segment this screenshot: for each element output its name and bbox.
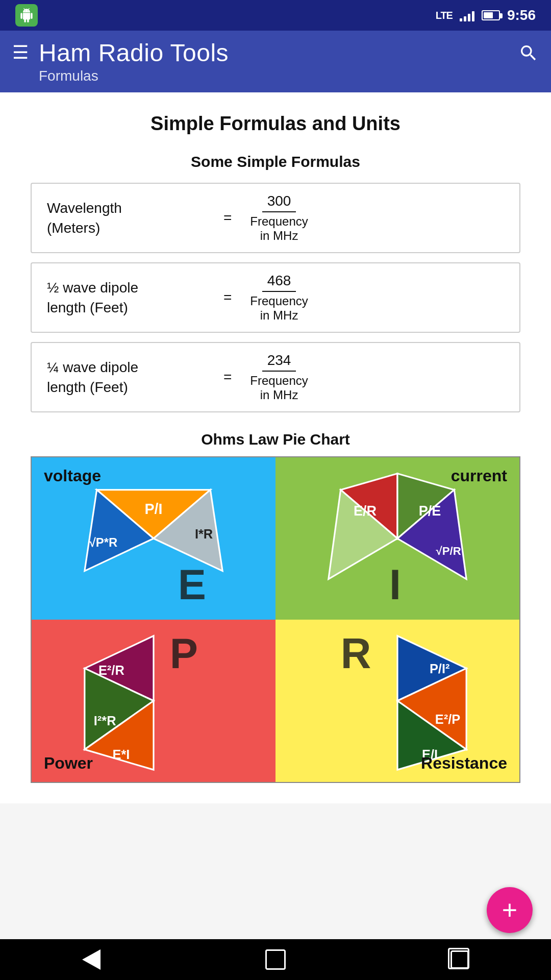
toolbar-left: ☰ Ham Radio Tools Formulas (12, 40, 229, 84)
clock-time: 9:56 (507, 7, 536, 23)
svg-text:I: I (389, 561, 401, 608)
svg-text:P/E: P/E (419, 503, 441, 519)
voltage-label: voltage (44, 467, 101, 485)
formula-half-wave: ½ wave dipolelength (Feet) = 468 Frequen… (31, 262, 520, 333)
svg-text:P: P (170, 630, 198, 677)
ohms-law-label: Ohms Law Pie Chart (31, 431, 520, 448)
formula-equals-1: = (223, 210, 232, 226)
menu-icon[interactable]: ☰ (12, 42, 29, 63)
toolbar-title-block: Ham Radio Tools Formulas (39, 40, 229, 84)
svg-text:P/I²: P/I² (430, 662, 450, 676)
formula-wavelength-numerator: 300 (262, 193, 296, 212)
formula-quarter-wave-fraction: 234 Frequencyin MHz (245, 352, 313, 402)
svg-text:I²*R: I²*R (94, 713, 116, 727)
formula-wavelength-label: Wavelength(Meters) (47, 198, 210, 238)
app-title: Ham Radio Tools (39, 40, 229, 67)
formula-equals-3: = (223, 369, 232, 385)
svg-text:√P/R: √P/R (436, 545, 461, 557)
ohms-law-pie-chart: P/I I*R √P*R E voltage E/R (31, 456, 520, 783)
home-icon (265, 949, 286, 970)
svg-text:E*I: E*I (112, 747, 130, 762)
current-label: current (451, 467, 507, 485)
lte-label: LTE (436, 10, 453, 21)
formula-half-wave-denominator: Frequencyin MHz (245, 292, 313, 323)
back-icon (82, 949, 101, 970)
svg-text:I*R: I*R (195, 527, 213, 541)
quadrant-resistance: P/I² E²/P E/I R Resistance (276, 620, 519, 782)
power-label: Power (44, 754, 93, 773)
resistance-label: Resistance (421, 754, 507, 773)
page-title: Simple Formulas and Units (31, 113, 520, 135)
quadrant-power: E²/R I²*R E*I P Power (32, 620, 276, 782)
recent-button[interactable] (450, 950, 469, 969)
formula-wavelength-denominator: Frequencyin MHz (245, 212, 313, 243)
svg-text:√P*R: √P*R (89, 535, 117, 549)
formula-quarter-wave-denominator: Frequencyin MHz (245, 372, 313, 402)
formula-half-wave-numerator: 468 (262, 273, 296, 292)
fab-plus-icon: + (502, 897, 517, 923)
formula-equals-2: = (223, 289, 232, 306)
signal-bars (460, 9, 474, 21)
formula-half-wave-fraction: 468 Frequencyin MHz (245, 273, 313, 323)
quadrant-current: E/R P/E √P/R I current (276, 457, 519, 620)
status-bar-right: LTE 9:56 (436, 7, 536, 23)
recent-icon (450, 950, 469, 969)
toolbar: ☰ Ham Radio Tools Formulas (0, 31, 551, 92)
android-icon (15, 4, 38, 27)
formula-quarter-wave: ¼ wave dipolelength (Feet) = 234 Frequen… (31, 342, 520, 412)
back-button[interactable] (82, 949, 101, 970)
svg-text:R: R (341, 630, 371, 677)
status-bar-left (15, 4, 38, 27)
fab-add-button[interactable]: + (487, 887, 533, 933)
app-subtitle: Formulas (39, 68, 229, 84)
formula-quarter-wave-numerator: 234 (262, 352, 296, 372)
formula-wavelength-fraction: 300 Frequencyin MHz (245, 193, 313, 243)
search-button[interactable] (518, 43, 539, 68)
formula-wavelength: Wavelength(Meters) = 300 Frequencyin MHz (31, 183, 520, 253)
formula-quarter-wave-label: ¼ wave dipolelength (Feet) (47, 357, 210, 397)
svg-text:E²/P: E²/P (435, 712, 461, 726)
status-bar: LTE 9:56 (0, 0, 551, 31)
formulas-section-label: Some Simple Formulas (31, 153, 520, 170)
svg-text:E: E (178, 561, 206, 608)
home-button[interactable] (265, 949, 286, 970)
battery-icon (482, 10, 500, 20)
formula-half-wave-label: ½ wave dipolelength (Feet) (47, 278, 210, 317)
quadrant-voltage: P/I I*R √P*R E voltage (32, 457, 276, 620)
svg-text:P/I: P/I (145, 501, 163, 517)
main-content: Simple Formulas and Units Some Simple Fo… (0, 92, 551, 803)
svg-text:E²/R: E²/R (98, 663, 124, 677)
svg-text:E/R: E/R (354, 503, 377, 519)
bottom-nav (0, 939, 551, 980)
